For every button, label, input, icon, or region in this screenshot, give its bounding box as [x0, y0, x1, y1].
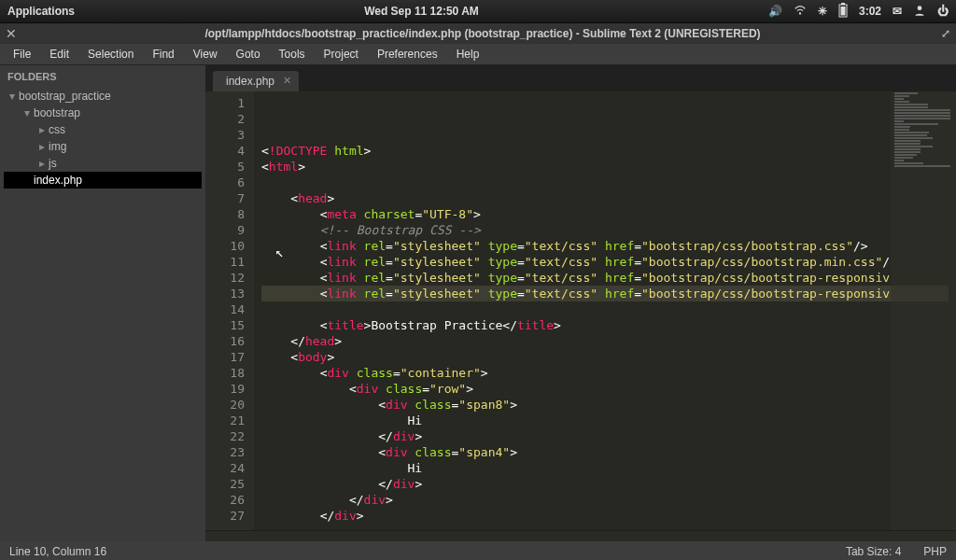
cursor-position[interactable]: Line 10, Column 16 — [9, 545, 106, 558]
sidebar[interactable]: FOLDERS ▾bootstrap_practice▾bootstrap▸cs… — [0, 65, 205, 541]
tab-bar[interactable]: index.php ✕ — [205, 65, 956, 91]
svg-point-0 — [799, 12, 800, 13]
status-bar: Line 10, Column 16 Tab Size: 4 PHP — [0, 541, 956, 560]
svg-rect-2 — [841, 3, 845, 5]
bluetooth-icon[interactable]: ✳ — [818, 5, 827, 18]
menu-bar: FileEditSelectionFindViewGotoToolsProjec… — [0, 44, 956, 65]
code-editor[interactable]: ↖ <!DOCTYPE html><html> <head> <meta cha… — [254, 91, 956, 530]
close-icon[interactable]: ✕ — [6, 26, 17, 41]
battery-icon[interactable] — [838, 3, 848, 21]
wifi-icon[interactable] — [794, 4, 807, 20]
menu-project[interactable]: Project — [315, 46, 368, 63]
tab-close-icon[interactable]: ✕ — [283, 75, 291, 87]
desktop-clock-center[interactable]: Wed Sep 11 12:50 AM — [75, 5, 768, 18]
sidebar-header: FOLDERS — [0, 65, 205, 88]
tree-item-index-php[interactable]: index.php — [4, 172, 202, 189]
menu-edit[interactable]: Edit — [40, 46, 78, 63]
menu-selection[interactable]: Selection — [78, 46, 143, 63]
syntax-mode[interactable]: PHP — [923, 545, 947, 558]
folder-tree[interactable]: ▾bootstrap_practice▾bootstrap▸css▸img▸js… — [0, 88, 205, 189]
svg-point-4 — [918, 6, 922, 10]
tab-size[interactable]: Tab Size: 4 — [846, 545, 901, 558]
svg-rect-3 — [840, 7, 845, 16]
horizontal-scrollbar[interactable] — [205, 530, 956, 541]
line-gutter[interactable]: 1234567891011121314151617181920212223242… — [205, 91, 254, 530]
tree-item-bootstrap[interactable]: ▾bootstrap — [4, 105, 202, 121]
apps-menu[interactable]: Applications — [7, 5, 75, 18]
tree-item-bootstrap_practice[interactable]: ▾bootstrap_practice — [4, 88, 202, 105]
menu-find[interactable]: Find — [143, 46, 183, 63]
window-titlebar[interactable]: ✕ /opt/lampp/htdocs/bootstrap_practice/i… — [0, 23, 956, 44]
tree-item-css[interactable]: ▸css — [4, 121, 202, 138]
editor-area: index.php ✕ 1234567891011121314151617181… — [205, 65, 956, 541]
tab-label: index.php — [226, 75, 274, 88]
menu-help[interactable]: Help — [447, 46, 489, 63]
window-title: /opt/lampp/htdocs/bootstrap_practice/ind… — [24, 27, 941, 40]
menu-file[interactable]: File — [4, 46, 40, 63]
menu-tools[interactable]: Tools — [270, 46, 315, 63]
minimap[interactable] — [891, 91, 956, 530]
mail-icon[interactable]: ✉ — [893, 5, 902, 18]
maximize-icon[interactable]: ⤢ — [941, 27, 950, 40]
desktop-clock-right[interactable]: 3:02 — [859, 5, 881, 18]
menu-goto[interactable]: Goto — [227, 46, 270, 63]
menu-view[interactable]: View — [184, 46, 227, 63]
user-icon[interactable] — [913, 4, 926, 20]
power-icon[interactable]: ⏻ — [937, 5, 949, 18]
tree-item-js[interactable]: ▸js — [4, 155, 202, 172]
menu-preferences[interactable]: Preferences — [368, 46, 447, 63]
desktop-top-bar: Applications Wed Sep 11 12:50 AM 🔊 ✳ 3:0… — [0, 0, 956, 23]
tab-index-php[interactable]: index.php ✕ — [213, 71, 299, 91]
volume-icon[interactable]: 🔊 — [768, 5, 782, 18]
tree-item-img[interactable]: ▸img — [4, 138, 202, 155]
